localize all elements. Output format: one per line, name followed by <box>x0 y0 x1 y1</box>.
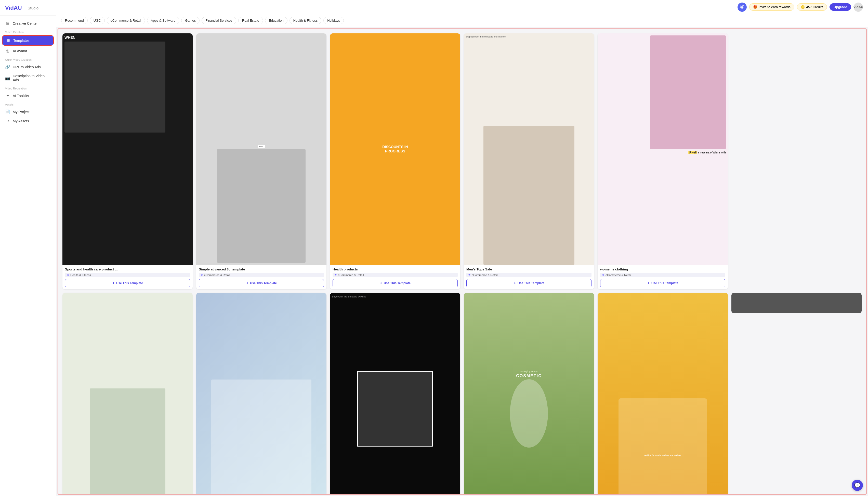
sidebar-item-desc-video[interactable]: 📷 Description to Video Ads <box>0 72 56 84</box>
credits-label: 457 Credits <box>806 5 823 9</box>
logo-studio: Studio <box>25 6 39 10</box>
sidebar-item-url-video[interactable]: 🔗 URL to Video Ads <box>0 62 56 72</box>
badge-label: eCommerce & Retail <box>472 274 498 277</box>
card-badge-simple: ★ eCommerce & Retail <box>199 273 324 277</box>
invite-button[interactable]: 🎁 Invite to earn rewards <box>749 3 794 11</box>
filter-tab-real-estate[interactable]: Real Estate <box>238 17 263 24</box>
sidebar-item-ai-avatar[interactable]: ◎ AI Avatar <box>0 46 56 56</box>
card-body-womens: women's clothing ★ eCommerce & Retail ✦ … <box>598 265 728 289</box>
badge-label: eCommerce & Retail <box>338 274 364 277</box>
card-title-sports: Sports and health care product ... <box>65 267 190 271</box>
sidebar-item-my-project[interactable]: 📄 My Project <box>0 107 56 117</box>
discount-art: DISCOUNTS INPROGRESS <box>330 33 460 265</box>
use-template-btn-simple[interactable]: ✦ Use This Template <box>199 279 324 287</box>
filter-tab-apps---software[interactable]: Apps & Software <box>147 17 179 24</box>
sidebar-nav: ⊞ Creative Center Video Creation ▦ Templ… <box>0 16 56 496</box>
template-card-green: anti-aging serum COSMETIC ⤢ 🔇 Green feel… <box>464 293 594 495</box>
sidebar-section-recreation: Video Recreation <box>0 84 56 91</box>
credits-button[interactable]: 🪙 457 Credits <box>797 3 827 11</box>
card-title-health: Health products <box>333 267 458 271</box>
user-label: VidAU <box>853 5 864 9</box>
badge-star: ★ <box>468 273 471 277</box>
assets-icon: 🗂 <box>5 119 10 123</box>
sidebar-label-my-assets: My Assets <box>13 119 29 123</box>
template-card-polaroid: Step out of the mundane and into SHOP NO… <box>330 293 460 495</box>
card-title-simple: Simple advanced 3c template <box>199 267 324 271</box>
template-card-womens: Unveil a new era of allure with women's … <box>598 33 728 289</box>
use-template-btn-sports[interactable]: ✦ Use This Template <box>65 279 190 287</box>
filter-tab-holidays[interactable]: Holidays <box>323 17 344 24</box>
thumb-green: anti-aging serum COSMETIC ⤢ 🔇 <box>464 293 594 495</box>
sidebar: VidAU Studio ⊞ Creative Center Video Cre… <box>0 0 56 496</box>
filter-tab-health---fitness[interactable]: Health & Fitness <box>289 17 321 24</box>
card-badge-mens: ★ eCommerce & Retail <box>467 273 591 277</box>
simple-art: offer <box>196 33 327 265</box>
game-art: waiting for you to explore and explore T… <box>598 293 728 495</box>
card-badge-sports: ★ Health & Fitness <box>65 273 190 277</box>
thumb-game: waiting for you to explore and explore T… <box>598 293 728 495</box>
thumb-womens: Unveil a new era of allure with <box>598 33 728 265</box>
thumb-sports: WHEN <box>62 33 193 265</box>
sidebar-label-creative-center: Creative Center <box>13 21 38 26</box>
template-card-sports: WHEN Sports and health care product ... … <box>62 33 193 289</box>
camera-icon: 📷 <box>5 76 10 80</box>
grid-icon: ⊞ <box>5 21 10 26</box>
sidebar-item-templates[interactable]: ▦ Templates <box>2 36 53 45</box>
discord-button[interactable]: ⓓ <box>738 2 747 12</box>
badge-star: ★ <box>602 273 604 277</box>
btn-label: Use This Template <box>250 281 277 285</box>
link-icon: 🔗 <box>5 64 10 69</box>
clothing-art: 30%OFF <box>196 293 327 495</box>
badge-star: ★ <box>334 273 337 277</box>
badge-star: ★ <box>67 273 69 277</box>
project-icon: 📄 <box>5 109 10 114</box>
chat-fab[interactable]: 💬 <box>852 480 863 491</box>
filter-tab-ecommerce---retail[interactable]: eCommerce & Retail <box>107 17 145 24</box>
avatar-icon: ◎ <box>5 48 10 53</box>
user-avatar[interactable]: VidAU <box>854 2 863 12</box>
filter-tab-ugc[interactable]: UGC <box>90 17 105 24</box>
filter-tab-games[interactable]: Games <box>181 17 200 24</box>
chat-icon: 💬 <box>854 482 861 489</box>
filter-tab-education[interactable]: Education <box>265 17 287 24</box>
sidebar-item-creative-center[interactable]: ⊞ Creative Center <box>0 19 56 28</box>
womens-art: Unveil a new era of allure with <box>598 33 728 265</box>
header-actions: ⓓ 🎁 Invite to earn rewards 🪙 457 Credits… <box>738 2 863 12</box>
sidebar-label-url-video: URL to Video Ads <box>13 65 41 69</box>
use-template-btn-womens[interactable]: ✦ Use This Template <box>600 279 725 287</box>
main-area: ⓓ 🎁 Invite to earn rewards 🪙 457 Credits… <box>56 0 868 496</box>
card-body-simple: Simple advanced 3c template ★ eCommerce … <box>196 265 327 289</box>
btn-label: Use This Template <box>518 281 545 285</box>
thumb-colorful: 30%OFF <box>196 293 327 495</box>
use-template-btn-mens[interactable]: ✦ Use This Template <box>467 279 591 287</box>
credits-emoji: 🪙 <box>801 5 805 9</box>
upgrade-button[interactable]: Upgrade <box>830 3 851 11</box>
badge-label: eCommerce & Retail <box>605 274 631 277</box>
card-body-sports: Sports and health care product ... ★ Hea… <box>62 265 193 289</box>
cond-art: bathroom deserves a touch of luxury cond… <box>62 293 193 495</box>
filter-tab-recommend[interactable]: Recommend <box>61 17 88 24</box>
filter-tab-financial-services[interactable]: Financial Services <box>202 17 236 24</box>
invite-label: Invite to earn rewards <box>759 5 790 9</box>
polaroid-frame <box>357 371 433 447</box>
btn-label: Use This Template <box>651 281 678 285</box>
sidebar-label-templates: Templates <box>13 38 30 43</box>
sidebar-section-assets: Assets <box>0 100 56 107</box>
card-title-mens: Men's Tops Sale <box>467 267 591 271</box>
badge-label: eCommerce & Retail <box>204 274 230 277</box>
green-art: anti-aging serum COSMETIC <box>464 293 594 495</box>
sidebar-item-ai-toolkits[interactable]: ✦ AI Toolkits <box>0 91 56 100</box>
template-card-health: DISCOUNTS INPROGRESS Health products ★ e… <box>330 33 460 289</box>
card-badge-health: ★ eCommerce & Retail <box>333 273 458 277</box>
badge-label: Health & Fitness <box>70 274 91 277</box>
use-template-btn-health[interactable]: ✦ Use This Template <box>333 279 458 287</box>
sidebar-label-desc-video: Description to Video Ads <box>13 74 51 82</box>
sidebar-section-video-creation: Video Creation <box>0 28 56 35</box>
sidebar-label-ai-avatar: AI Avatar <box>13 49 27 53</box>
template-card-mens: Step up from the mundane and into the Me… <box>464 33 594 289</box>
thumb-mens: Step up from the mundane and into the <box>464 33 594 265</box>
card-body-mens: Men's Tops Sale ★ eCommerce & Retail ✦ U… <box>464 265 594 289</box>
mens-art: Step up from the mundane and into the <box>464 33 594 265</box>
sidebar-item-my-assets[interactable]: 🗂 My Assets <box>0 117 56 126</box>
app-logo: VidAU Studio <box>0 0 56 16</box>
